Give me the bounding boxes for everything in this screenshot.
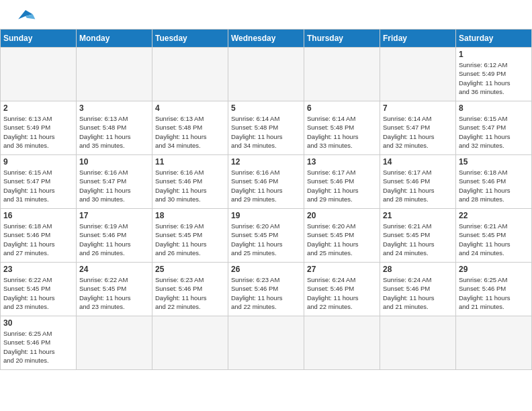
day-info: Sunrise: 6:15 AMSunset: 5:47 PMDaylight:…: [3, 168, 73, 203]
day-number: 22: [459, 211, 529, 220]
day-number: 16: [3, 211, 73, 220]
calendar-day: 28Sunrise: 6:24 AMSunset: 5:46 PMDayligh…: [380, 263, 456, 316]
day-number: 14: [383, 157, 453, 167]
empty-day: [1, 48, 77, 101]
empty-day: [77, 48, 152, 101]
day-info: Sunrise: 6:25 AMSunset: 5:46 PMDaylight:…: [459, 275, 529, 311]
day-info: Sunrise: 6:18 AMSunset: 5:46 PMDaylight:…: [459, 168, 529, 203]
empty-day: [228, 48, 304, 101]
day-number: 24: [79, 265, 149, 274]
empty-day: [304, 48, 380, 101]
day-info: Sunrise: 6:19 AMSunset: 5:46 PMDaylight:…: [79, 222, 149, 257]
day-info: Sunrise: 6:20 AMSunset: 5:45 PMDaylight:…: [231, 222, 301, 257]
calendar: SundayMondayTuesdayWednesdayThursdayFrid…: [0, 29, 532, 370]
day-info: Sunrise: 6:18 AMSunset: 5:46 PMDaylight:…: [3, 222, 73, 257]
calendar-day: 26Sunrise: 6:23 AMSunset: 5:46 PMDayligh…: [228, 263, 304, 316]
calendar-day: 24Sunrise: 6:22 AMSunset: 5:45 PMDayligh…: [77, 263, 152, 316]
day-info: Sunrise: 6:14 AMSunset: 5:48 PMDaylight:…: [231, 114, 301, 150]
calendar-day: 7Sunrise: 6:14 AMSunset: 5:47 PMDaylight…: [380, 101, 456, 155]
calendar-day: 17Sunrise: 6:19 AMSunset: 5:46 PMDayligh…: [77, 209, 152, 263]
calendar-day: 2Sunrise: 6:13 AMSunset: 5:49 PMDaylight…: [1, 101, 77, 155]
day-number: 8: [459, 103, 529, 113]
day-info: Sunrise: 6:25 AMSunset: 5:46 PMDaylight:…: [3, 329, 73, 365]
calendar-day: 13Sunrise: 6:17 AMSunset: 5:46 PMDayligh…: [304, 155, 380, 209]
day-info: Sunrise: 6:14 AMSunset: 5:48 PMDaylight:…: [307, 114, 377, 150]
day-of-week-header: Friday: [380, 30, 456, 48]
day-number: 13: [307, 157, 377, 167]
day-info: Sunrise: 6:21 AMSunset: 5:45 PMDaylight:…: [459, 222, 529, 257]
day-info: Sunrise: 6:14 AMSunset: 5:47 PMDaylight:…: [383, 114, 453, 150]
calendar-day: 25Sunrise: 6:23 AMSunset: 5:46 PMDayligh…: [152, 263, 228, 316]
calendar-day: 14Sunrise: 6:17 AMSunset: 5:46 PMDayligh…: [380, 155, 456, 209]
calendar-day: 18Sunrise: 6:19 AMSunset: 5:45 PMDayligh…: [152, 209, 228, 263]
day-number: 21: [383, 211, 453, 220]
day-of-week-header: Tuesday: [152, 30, 228, 48]
day-number: 3: [79, 103, 149, 113]
day-info: Sunrise: 6:19 AMSunset: 5:45 PMDaylight:…: [155, 222, 225, 257]
calendar-day: 4Sunrise: 6:13 AMSunset: 5:48 PMDaylight…: [152, 101, 228, 155]
day-info: Sunrise: 6:16 AMSunset: 5:47 PMDaylight:…: [79, 168, 149, 203]
day-info: Sunrise: 6:13 AMSunset: 5:48 PMDaylight:…: [155, 114, 225, 150]
day-number: 5: [231, 103, 301, 113]
empty-day: [152, 48, 228, 101]
day-number: 25: [155, 265, 225, 274]
day-number: 2: [3, 103, 73, 113]
day-info: Sunrise: 6:22 AMSunset: 5:45 PMDaylight:…: [3, 275, 73, 311]
day-number: 4: [155, 103, 225, 113]
day-info: Sunrise: 6:15 AMSunset: 5:47 PMDaylight:…: [459, 114, 529, 150]
day-number: 17: [79, 211, 149, 220]
calendar-day: 12Sunrise: 6:16 AMSunset: 5:46 PMDayligh…: [228, 155, 304, 209]
day-info: Sunrise: 6:13 AMSunset: 5:48 PMDaylight:…: [79, 114, 149, 150]
day-of-week-header: Sunday: [1, 30, 77, 48]
day-number: 6: [307, 103, 377, 113]
day-info: Sunrise: 6:20 AMSunset: 5:45 PMDaylight:…: [307, 222, 377, 257]
day-info: Sunrise: 6:13 AMSunset: 5:49 PMDaylight:…: [3, 114, 73, 150]
calendar-day: 16Sunrise: 6:18 AMSunset: 5:46 PMDayligh…: [1, 209, 77, 263]
empty-day: [304, 316, 380, 370]
calendar-day: 1Sunrise: 6:12 AMSunset: 5:49 PMDaylight…: [456, 48, 532, 101]
day-number: 10: [79, 157, 149, 167]
day-number: 1: [459, 50, 529, 59]
day-number: 7: [383, 103, 453, 113]
day-number: 28: [383, 265, 453, 274]
day-of-week-header: Saturday: [456, 30, 532, 48]
day-number: 27: [307, 265, 377, 274]
calendar-day: 10Sunrise: 6:16 AMSunset: 5:47 PMDayligh…: [77, 155, 152, 209]
day-number: 19: [231, 211, 301, 220]
calendar-day: 6Sunrise: 6:14 AMSunset: 5:48 PMDaylight…: [304, 101, 380, 155]
day-number: 29: [459, 265, 529, 274]
empty-day: [152, 316, 228, 370]
calendar-day: 20Sunrise: 6:20 AMSunset: 5:45 PMDayligh…: [304, 209, 380, 263]
calendar-day: 23Sunrise: 6:22 AMSunset: 5:45 PMDayligh…: [1, 263, 77, 316]
calendar-day: 21Sunrise: 6:21 AMSunset: 5:45 PMDayligh…: [380, 209, 456, 263]
day-info: Sunrise: 6:22 AMSunset: 5:45 PMDaylight:…: [79, 275, 149, 311]
calendar-day: 29Sunrise: 6:25 AMSunset: 5:46 PMDayligh…: [456, 263, 532, 316]
calendar-day: 22Sunrise: 6:21 AMSunset: 5:45 PMDayligh…: [456, 209, 532, 263]
calendar-day: 5Sunrise: 6:14 AMSunset: 5:48 PMDaylight…: [228, 101, 304, 155]
day-of-week-header: Wednesday: [228, 30, 304, 48]
day-info: Sunrise: 6:24 AMSunset: 5:46 PMDaylight:…: [307, 275, 377, 311]
calendar-day: 9Sunrise: 6:15 AMSunset: 5:47 PMDaylight…: [1, 155, 77, 209]
day-of-week-header: Thursday: [304, 30, 380, 48]
empty-day: [380, 316, 456, 370]
calendar-day: 3Sunrise: 6:13 AMSunset: 5:48 PMDaylight…: [77, 101, 152, 155]
calendar-day: 30Sunrise: 6:25 AMSunset: 5:46 PMDayligh…: [1, 316, 77, 370]
logo: [13, 7, 40, 26]
day-number: 26: [231, 265, 301, 274]
day-number: 23: [3, 265, 73, 274]
day-info: Sunrise: 6:17 AMSunset: 5:46 PMDaylight:…: [383, 168, 453, 203]
day-info: Sunrise: 6:16 AMSunset: 5:46 PMDaylight:…: [155, 168, 225, 203]
day-info: Sunrise: 6:12 AMSunset: 5:49 PMDaylight:…: [459, 60, 529, 96]
calendar-day: 8Sunrise: 6:15 AMSunset: 5:47 PMDaylight…: [456, 101, 532, 155]
day-number: 9: [3, 157, 73, 167]
day-number: 15: [459, 157, 529, 167]
day-info: Sunrise: 6:21 AMSunset: 5:45 PMDaylight:…: [383, 222, 453, 257]
day-info: Sunrise: 6:23 AMSunset: 5:46 PMDaylight:…: [231, 275, 301, 311]
calendar-day: 19Sunrise: 6:20 AMSunset: 5:45 PMDayligh…: [228, 209, 304, 263]
day-number: 30: [3, 318, 73, 328]
day-number: 12: [231, 157, 301, 167]
day-info: Sunrise: 6:23 AMSunset: 5:46 PMDaylight:…: [155, 275, 225, 311]
calendar-day: 15Sunrise: 6:18 AMSunset: 5:46 PMDayligh…: [456, 155, 532, 209]
empty-day: [380, 48, 456, 101]
empty-day: [456, 316, 532, 370]
